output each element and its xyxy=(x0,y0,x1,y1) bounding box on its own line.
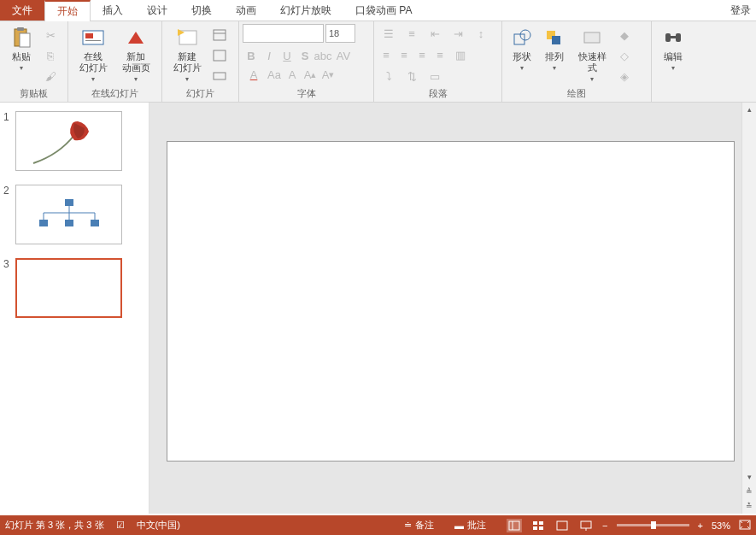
tab-transition[interactable]: 切换 xyxy=(179,0,224,21)
font-color-button[interactable]: A xyxy=(243,65,265,84)
svg-rect-9 xyxy=(214,30,226,40)
next-slide-icon[interactable]: ≛ xyxy=(742,499,756,514)
paste-button[interactable]: 粘贴 ▾ xyxy=(3,24,39,87)
tab-file[interactable]: 文件 xyxy=(0,0,44,21)
zoom-slider[interactable] xyxy=(617,524,689,526)
bold-button[interactable]: B xyxy=(243,46,260,65)
font-size-combo[interactable]: 18 xyxy=(325,24,355,43)
binoculars-icon xyxy=(661,26,685,50)
change-case-button[interactable]: Aa xyxy=(266,65,283,84)
shadow-button[interactable]: S xyxy=(296,46,314,65)
chevron-down-icon: ▾ xyxy=(134,73,138,85)
quick-styles-icon xyxy=(580,26,604,50)
spacing-button[interactable]: AV xyxy=(332,46,355,65)
quick-styles-button[interactable]: 快速样式 ▾ xyxy=(571,24,613,87)
notes-label: 备注 xyxy=(415,519,434,532)
find-button[interactable]: 编辑 ▾ xyxy=(655,24,691,87)
columns-button[interactable]: ▥ xyxy=(449,45,472,64)
align-text-button[interactable]: ⇅ xyxy=(401,67,423,85)
spellcheck-icon[interactable]: ☑ xyxy=(116,520,125,531)
scroll-up-icon[interactable]: ▴ xyxy=(742,103,756,117)
group-online-slides: 在线 幻灯片 ▾ 新加 动画页 ▾ 在线幻灯片 xyxy=(68,21,162,102)
vertical-scrollbar[interactable]: ▴ ▾ ≜ ≛ xyxy=(741,103,756,514)
tab-pocket[interactable]: 口袋动画 PA xyxy=(343,0,424,21)
thumb-number: 1 xyxy=(3,111,15,171)
tab-home[interactable]: 开始 xyxy=(44,0,91,21)
clear-format-button[interactable]: A xyxy=(284,65,301,84)
slideshow-view-button[interactable] xyxy=(578,519,594,532)
copy-button[interactable]: ⎘ xyxy=(41,46,60,65)
slide-thumbnail-1[interactable] xyxy=(15,111,122,171)
org-chart-image xyxy=(35,197,103,235)
reset-button[interactable] xyxy=(210,46,229,65)
grow-font-button[interactable]: A▴ xyxy=(302,65,319,84)
shape-outline-button[interactable]: ◇ xyxy=(615,46,634,65)
prev-slide-icon[interactable]: ≜ xyxy=(742,485,756,499)
cut-button[interactable]: ✂ xyxy=(41,26,60,44)
underline-button[interactable]: U xyxy=(278,46,296,65)
fit-window-button[interactable] xyxy=(739,520,751,532)
shrink-font-button[interactable]: A▾ xyxy=(319,65,337,84)
login-link[interactable]: 登录 xyxy=(725,0,756,21)
sorter-view-button[interactable] xyxy=(530,519,546,532)
arrange-button[interactable]: 排列 ▾ xyxy=(538,24,571,87)
online-group-label: 在线幻灯片 xyxy=(68,87,161,102)
shape-effects-button[interactable]: ◈ xyxy=(615,67,634,85)
section-button[interactable] xyxy=(210,67,229,85)
shape-fill-button[interactable]: ◆ xyxy=(615,26,634,44)
line-spacing-button[interactable]: ↕ xyxy=(470,24,492,43)
slide-thumbnail-2[interactable] xyxy=(15,185,122,244)
new-slide-button[interactable]: 新建 幻灯片 ▾ xyxy=(166,24,208,87)
text-direction-button[interactable]: ⤵ xyxy=(378,67,400,85)
scroll-down-icon[interactable]: ▾ xyxy=(742,470,756,485)
shapes-button[interactable]: 形状 ▾ xyxy=(506,24,538,87)
slide-canvas[interactable] xyxy=(167,141,735,462)
svg-rect-20 xyxy=(671,36,676,38)
slide-thumbnail-3[interactable] xyxy=(15,258,122,318)
format-painter-button[interactable]: 🖌 xyxy=(41,67,60,85)
notes-button[interactable]: ≐备注 xyxy=(404,519,434,532)
zoom-slider-handle[interactable] xyxy=(651,521,656,529)
zoom-in-button[interactable]: + xyxy=(698,520,703,531)
group-font: 18 B I U S abc AV A Aa A A▴ A▾ 字体 xyxy=(239,21,374,102)
normal-view-button[interactable] xyxy=(507,519,522,532)
align-left-button[interactable]: ≡ xyxy=(378,45,395,64)
language-indicator[interactable]: 中文(中国) xyxy=(137,519,180,532)
slide-thumbnails-panel: 1 2 3 xyxy=(0,103,149,514)
reading-view-button[interactable] xyxy=(554,519,570,532)
italic-button[interactable]: I xyxy=(261,46,278,65)
zoom-level[interactable]: 53% xyxy=(712,520,730,531)
svg-rect-32 xyxy=(533,521,537,525)
slide-counter[interactable]: 幻灯片 第 3 张，共 3 张 xyxy=(5,519,104,532)
tab-animation[interactable]: 动画 xyxy=(224,0,268,21)
comments-button[interactable]: ▬批注 xyxy=(454,519,486,532)
new-anim-page-button[interactable]: 新加 动画页 ▾ xyxy=(114,24,157,87)
align-right-button[interactable]: ≡ xyxy=(413,45,431,64)
layout-button[interactable] xyxy=(210,26,229,44)
tab-slideshow[interactable]: 幻灯片放映 xyxy=(268,0,343,21)
online-slide-button[interactable]: 在线 幻灯片 ▾ xyxy=(72,24,114,87)
svg-point-14 xyxy=(520,30,530,40)
chevron-down-icon: ▾ xyxy=(185,73,189,85)
zoom-out-button[interactable]: − xyxy=(602,520,607,531)
chevron-down-icon: ▾ xyxy=(553,62,556,73)
svg-rect-27 xyxy=(39,220,48,226)
indent-dec-button[interactable]: ⇤ xyxy=(424,24,446,43)
tab-insert[interactable]: 插入 xyxy=(91,0,135,21)
paste-icon xyxy=(9,26,33,50)
bullets-button[interactable]: ☰ xyxy=(378,24,400,43)
online-slide-label: 在线 幻灯片 xyxy=(79,51,108,73)
ribbon: 粘贴 ▾ ✂ ⎘ 🖌 剪贴板 在线 幻灯片 ▾ xyxy=(0,21,756,103)
slides-group-label: 幻灯片 xyxy=(162,87,238,102)
strike-button[interactable]: abc xyxy=(314,46,331,65)
indent-inc-button[interactable]: ⇥ xyxy=(447,24,469,43)
numbering-button[interactable]: ≡ xyxy=(401,24,423,43)
font-name-combo[interactable] xyxy=(243,24,324,43)
justify-button[interactable]: ≡ xyxy=(431,45,448,64)
new-anim-label: 新加 动画页 xyxy=(122,51,150,73)
tab-design[interactable]: 设计 xyxy=(135,0,179,21)
align-center-button[interactable]: ≡ xyxy=(396,45,413,64)
thumb-number: 3 xyxy=(3,258,15,318)
menu-tabs: 文件 开始 插入 设计 切换 动画 幻灯片放映 口袋动画 PA 登录 xyxy=(0,0,756,21)
smartart-button[interactable]: ▭ xyxy=(424,67,446,85)
